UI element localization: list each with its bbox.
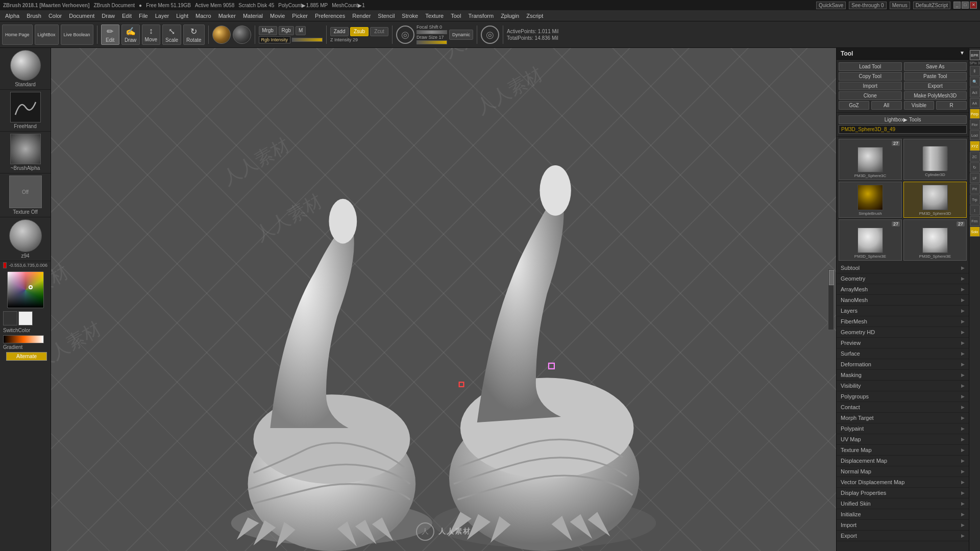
menu-material[interactable]: Material [240, 12, 266, 20]
current-tool-name[interactable]: PM3D_Sphere3D_8_49 [839, 125, 967, 134]
menu-polygroups[interactable]: Polygroups▶ [837, 391, 969, 402]
lightbox-btn[interactable]: LightBox [35, 24, 59, 45]
menus-btn[interactable]: Menus [890, 2, 910, 9]
menu-zplugin[interactable]: Zplugin [498, 12, 522, 20]
sidebar-aahalf[interactable]: AA [970, 98, 980, 108]
tool-simplebrush[interactable]: SimpleBrush [839, 182, 902, 218]
draw-size-slider[interactable] [416, 40, 447, 44]
zsub-btn[interactable]: Zsub [350, 27, 369, 36]
menu-surface[interactable]: Surface▶ [837, 348, 969, 359]
brush-standard[interactable]: Standard [0, 48, 51, 90]
sidebar-solo[interactable]: Solo [970, 227, 980, 237]
mrgb-btn[interactable]: Mrgb [259, 26, 277, 35]
scrollbar-thumb[interactable] [829, 270, 834, 285]
menu-render[interactable]: Render [349, 12, 374, 20]
canvas-scrollbar[interactable] [828, 269, 834, 330]
sidebar-transp[interactable]: Trp [970, 194, 980, 205]
menu-file[interactable]: File [136, 12, 151, 20]
tool-pm3d-sphere3c[interactable]: 27 PM3D_Sphere3C [839, 139, 902, 180]
menu-polypaint[interactable]: Polypaint▶ [837, 423, 969, 434]
sidebar-zoom[interactable]: 🔍 [970, 77, 980, 87]
material-sphere1[interactable] [212, 26, 231, 44]
menu-zscript[interactable]: Zscript [523, 12, 546, 20]
r-btn[interactable]: R [936, 101, 967, 110]
tool-cylinder3d[interactable]: Cylinder3D [903, 139, 967, 180]
color-wheel[interactable] [7, 271, 44, 308]
menu-normal-map[interactable]: Normal Map▶ [837, 466, 969, 477]
scale-btn[interactable]: ⤡ Scale [162, 24, 181, 45]
close-btn[interactable]: ✕ [970, 2, 977, 9]
menu-vector-displacement[interactable]: Vector Displacement Map▶ [837, 477, 969, 488]
brush-alpha[interactable]: ~BrushAlpha [0, 132, 51, 173]
rgb-intensity-slider[interactable] [292, 38, 323, 42]
sidebar-print[interactable]: Prt [970, 184, 980, 194]
menu-marker[interactable]: Marker [215, 12, 239, 20]
draw-btn[interactable]: ✍ Draw [121, 24, 140, 45]
menu-export-tool[interactable]: Export▶ [837, 531, 969, 541]
menu-alpha[interactable]: Alpha [2, 12, 22, 20]
menu-layer[interactable]: Layer [152, 12, 173, 20]
sidebar-move[interactable]: ↕ [970, 205, 980, 215]
menu-nanomesh[interactable]: NanoMesh▶ [837, 295, 969, 306]
zadd-btn[interactable]: Zadd [330, 27, 349, 36]
sidebar-scroll[interactable]: ⇕ [970, 66, 980, 76]
rgb-btn[interactable]: Rgb [279, 26, 294, 35]
menu-tool[interactable]: Tool [448, 12, 464, 20]
tool-pm3d-sphere3e-2[interactable]: 27 PM3D_Sphere3E [903, 219, 967, 261]
gradient-bar[interactable] [3, 335, 44, 343]
see-through-btn[interactable]: See-through 0 [849, 2, 886, 9]
import-btn[interactable]: Import [839, 82, 902, 90]
menu-macro[interactable]: Macro [192, 12, 214, 20]
sidebar-floor[interactable]: Flor [970, 119, 980, 130]
rgb-intensity-input[interactable]: Rgb Intensity [259, 36, 291, 43]
menu-display-properties[interactable]: Display Properties▶ [837, 488, 969, 498]
menu-stroke[interactable]: Stroke [399, 12, 421, 20]
menu-layers[interactable]: Layers▶ [837, 306, 969, 316]
m-btn[interactable]: M [296, 26, 306, 35]
paste-tool-btn[interactable]: Paste Tool [904, 72, 967, 81]
load-tool-btn[interactable]: Load Tool [839, 62, 902, 71]
sidebar-bpr[interactable]: BPR [970, 50, 980, 60]
tool-pm3d-sphere3d[interactable]: PM3D_Sphere3D [903, 182, 967, 218]
menu-preferences[interactable]: Preferences [312, 12, 348, 20]
zcut-btn[interactable]: Zcut [370, 27, 388, 36]
smooth-dial[interactable]: ◎ [481, 26, 499, 44]
menu-texture[interactable]: Texture [422, 12, 447, 20]
focal-slider[interactable] [416, 30, 447, 34]
menu-fibermesh[interactable]: FiberMesh▶ [837, 316, 969, 327]
brush-freehand[interactable]: FreeHand [0, 90, 51, 132]
quicksave-btn[interactable]: QuickSave [816, 2, 846, 9]
menu-unified-skin[interactable]: Unified Skin▶ [837, 498, 969, 509]
sidebar-zoomc[interactable]: ZC [970, 152, 980, 162]
menu-document[interactable]: Document [66, 12, 97, 20]
menu-masking[interactable]: Masking▶ [837, 370, 969, 381]
menu-texture-map[interactable]: Texture Map▶ [837, 445, 969, 456]
canvas-area[interactable]: 人人素材 人人素材 人人素材 人人素材 人人素材 人人素材 人人素材 人人素材 … [51, 48, 836, 551]
menu-contact[interactable]: Contact▶ [837, 402, 969, 413]
menu-edit[interactable]: Edit [119, 12, 135, 20]
clone-btn[interactable]: Clone [839, 91, 902, 100]
makepolymesh-btn[interactable]: Make PolyMesh3D [904, 91, 967, 100]
default-btn[interactable]: DefaultZScript [913, 2, 950, 9]
sidebar-actual[interactable]: Act [970, 87, 980, 97]
z94-item[interactable]: z94 [0, 217, 51, 261]
menu-deformation[interactable]: Deformation▶ [837, 359, 969, 370]
menu-color[interactable]: Color [45, 12, 65, 20]
color-wheel-area[interactable] [0, 269, 51, 310]
alternate-btn[interactable]: Alternate [6, 352, 47, 361]
all-btn[interactable]: All [871, 101, 902, 110]
visible-btn[interactable]: Visible [904, 101, 935, 110]
goz-btn[interactable]: GoZ [839, 101, 869, 110]
menu-light[interactable]: Light [173, 12, 191, 20]
menu-movie[interactable]: Movie [267, 12, 288, 20]
menu-initialize[interactable]: Initialize▶ [837, 509, 969, 520]
menu-subtool[interactable]: Subtool▶ [837, 263, 969, 273]
homepage-btn[interactable]: Home Page [2, 24, 33, 45]
texture-item[interactable]: Off Texture Off [0, 173, 51, 217]
rotate-btn[interactable]: ↻ Rotate [183, 24, 204, 45]
menu-geometry[interactable]: Geometry▶ [837, 273, 969, 284]
focal-shift-dial[interactable]: ◎ [396, 26, 414, 44]
edit-btn[interactable]: ✏ Edit [101, 24, 119, 45]
menu-geometryhd[interactable]: Geometry HD▶ [837, 327, 969, 338]
menu-displacement-map[interactable]: Displacement Map▶ [837, 456, 969, 466]
